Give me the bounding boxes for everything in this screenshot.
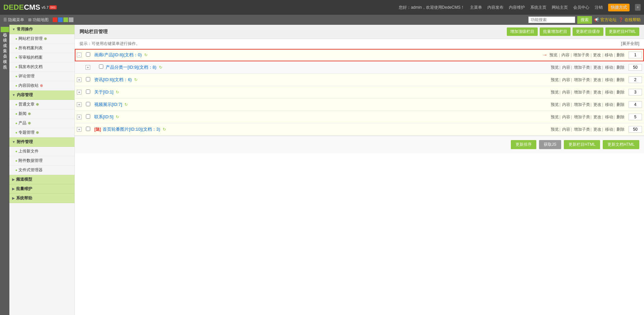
sidebar-item-attachment-data[interactable]: 附件数据管理 xyxy=(9,156,74,166)
nav-system-home[interactable]: 系统主页 xyxy=(530,5,546,10)
action-delete-6[interactable]: 删除 xyxy=(616,127,625,132)
action-move-3[interactable]: 移动 xyxy=(605,90,613,94)
action-content-5[interactable]: 内容 xyxy=(562,115,570,119)
action-content-4[interactable]: 内容 xyxy=(562,102,570,107)
action-delete-5[interactable]: 删除 xyxy=(616,115,625,119)
sidebar-section-channel[interactable]: ▶ 频道模型 xyxy=(9,175,74,184)
order-input-5[interactable] xyxy=(629,114,642,120)
sidebar-section-content[interactable]: ▼ 内容管理 xyxy=(9,90,74,100)
action-delete-4[interactable]: 删除 xyxy=(616,102,625,107)
action-preview-sub[interactable]: 预览 xyxy=(551,65,559,70)
nav-member-center[interactable]: 会员中心 xyxy=(573,5,589,10)
row-checkbox[interactable] xyxy=(86,52,90,57)
action-move-2[interactable]: 移动 xyxy=(605,77,613,82)
expand-button[interactable]: - xyxy=(77,53,82,57)
func-map-button[interactable]: ⊞ 功能地图 xyxy=(28,17,49,23)
sidebar-item-recycle[interactable]: 内容回收站 ⊗ xyxy=(9,81,74,90)
action-preview-4[interactable]: 预览 xyxy=(551,102,559,107)
category-name-3[interactable]: 关于[ID:1] xyxy=(94,89,113,94)
nav-content-publish[interactable]: 内容发布 xyxy=(487,5,503,10)
color-red[interactable] xyxy=(53,17,57,22)
sidebar-section-batch[interactable]: ▶ 批量维护 xyxy=(9,184,74,194)
action-edit-3[interactable]: 更改 xyxy=(593,90,601,94)
refresh-icon-2[interactable]: ↻ xyxy=(134,77,138,82)
sidebar-item-file-manager[interactable]: 文件式管理器 xyxy=(9,166,74,175)
category-name-2[interactable]: 资讯[ID:6](文档：6) xyxy=(94,77,132,82)
forum-link[interactable]: 📢 官方论坛 xyxy=(594,17,616,23)
action-edit-2[interactable]: 更改 xyxy=(593,77,601,82)
row-checkbox-sub[interactable] xyxy=(99,64,103,69)
action-add-sub-2[interactable]: 增加子类 xyxy=(574,77,590,82)
refresh-icon[interactable]: ↻ xyxy=(144,53,148,57)
action-edit-6[interactable]: 更改 xyxy=(593,127,601,132)
search-button[interactable]: 搜索 xyxy=(577,16,592,24)
refresh-icon-3[interactable]: ↻ xyxy=(116,90,119,94)
update-sort-button[interactable]: 更新排序 xyxy=(511,140,536,149)
hide-menu-button[interactable]: ☰ 隐藏菜单 xyxy=(3,17,24,23)
color-green[interactable] xyxy=(63,17,68,22)
action-delete-sub[interactable]: 删除 xyxy=(616,65,625,70)
action-edit-sub[interactable]: 更改 xyxy=(593,65,601,70)
expand-all-link[interactable]: [展开全部] xyxy=(621,41,639,47)
category-name-4[interactable]: 视频展示[ID:7] xyxy=(94,102,122,107)
action-edit-5[interactable]: 更改 xyxy=(593,115,601,119)
action-add-sub-3[interactable]: 增加子类 xyxy=(574,90,590,94)
sidebar-section-common[interactable]: ▼ 常用操作 xyxy=(9,25,74,34)
action-content-6[interactable]: 内容 xyxy=(562,127,570,132)
order-input[interactable] xyxy=(629,52,642,58)
sidebar-item-upload[interactable]: 上传新文件 xyxy=(9,147,74,156)
expand-button-3[interactable]: + xyxy=(77,90,82,94)
sidebar-section-syshelp[interactable]: ▶ 系统帮助 xyxy=(9,194,74,203)
order-input-3[interactable] xyxy=(629,89,642,96)
action-content[interactable]: 内容 xyxy=(561,52,570,58)
get-js-button[interactable]: 获取JS xyxy=(539,140,561,149)
action-add-sub-5[interactable]: 增加子类 xyxy=(574,115,590,119)
expand-button-6[interactable]: + xyxy=(77,127,82,132)
expand-button-4[interactable]: + xyxy=(77,102,82,107)
order-input-4[interactable] xyxy=(629,101,642,108)
order-input-6[interactable] xyxy=(629,126,642,133)
sidebar-item-pending-archives[interactable]: 等审核的档案 xyxy=(9,53,74,62)
action-preview-3[interactable]: 预览 xyxy=(551,90,559,94)
search-input[interactable] xyxy=(528,16,575,23)
category-name-sub[interactable]: 产品分类一[ID:9](文档：8) xyxy=(106,65,156,70)
action-move-6[interactable]: 移动 xyxy=(605,127,613,132)
category-name-6[interactable]: 首页轮番图片[ID:10](文档：3) xyxy=(103,127,160,132)
update-category-html-button[interactable]: 更新栏目HTML xyxy=(605,27,639,36)
update-category-cache-button[interactable]: 更新栏目缓存 xyxy=(573,27,603,36)
action-add-sub-4[interactable]: 增加子类 xyxy=(574,102,590,107)
order-input-sub[interactable] xyxy=(629,64,642,71)
add-top-category-button[interactable]: 增加顶级栏目 xyxy=(507,27,538,36)
refresh-icon-5[interactable]: ↻ xyxy=(116,115,119,119)
vert-tab-generate[interactable]: 生成 xyxy=(1,38,9,43)
action-preview-6[interactable]: 预览 xyxy=(551,127,559,132)
action-move-4[interactable]: 移动 xyxy=(605,102,613,107)
nav-website-home[interactable]: 网站主页 xyxy=(552,5,568,10)
batch-add-category-button[interactable]: 批量增加栏目 xyxy=(540,27,571,36)
vert-tab-module[interactable]: 模块 xyxy=(1,32,9,38)
action-preview-2[interactable]: 预览 xyxy=(551,77,559,82)
vert-tab-member[interactable]: 会员 xyxy=(1,48,9,54)
action-content-sub[interactable]: 内容 xyxy=(562,65,570,70)
action-content-2[interactable]: 内容 xyxy=(562,77,570,82)
action-add-sub-sub[interactable]: 增加子类 xyxy=(574,65,590,70)
action-edit[interactable]: 更改 xyxy=(593,52,601,58)
nav-logout[interactable]: 注销 xyxy=(595,5,603,10)
action-preview-5[interactable]: 预览 xyxy=(551,115,559,119)
row-checkbox-3[interactable] xyxy=(86,89,90,94)
action-move[interactable]: 移动 xyxy=(605,52,613,58)
action-edit-4[interactable]: 更改 xyxy=(593,102,601,107)
update-cat-html-button[interactable]: 更新栏目HTML xyxy=(564,140,600,149)
action-delete-3[interactable]: 删除 xyxy=(616,90,625,94)
action-move-sub[interactable]: 移动 xyxy=(605,65,613,70)
sidebar-item-products[interactable]: 产品 ⊕ xyxy=(9,119,74,128)
refresh-icon-sub[interactable]: ↻ xyxy=(159,65,162,70)
row-checkbox-5[interactable] xyxy=(86,114,90,119)
expand-button-2[interactable]: + xyxy=(77,77,82,82)
row-checkbox-2[interactable] xyxy=(86,77,90,81)
color-gray[interactable] xyxy=(69,17,73,22)
nav-main-menu[interactable]: 主菜单 xyxy=(470,5,482,10)
vert-tab-core[interactable]: 核心 xyxy=(1,27,9,32)
quickbar-button[interactable]: 快捷方式 xyxy=(608,4,630,11)
sidebar-item-my-docs[interactable]: 我发布的文档 xyxy=(9,62,74,72)
